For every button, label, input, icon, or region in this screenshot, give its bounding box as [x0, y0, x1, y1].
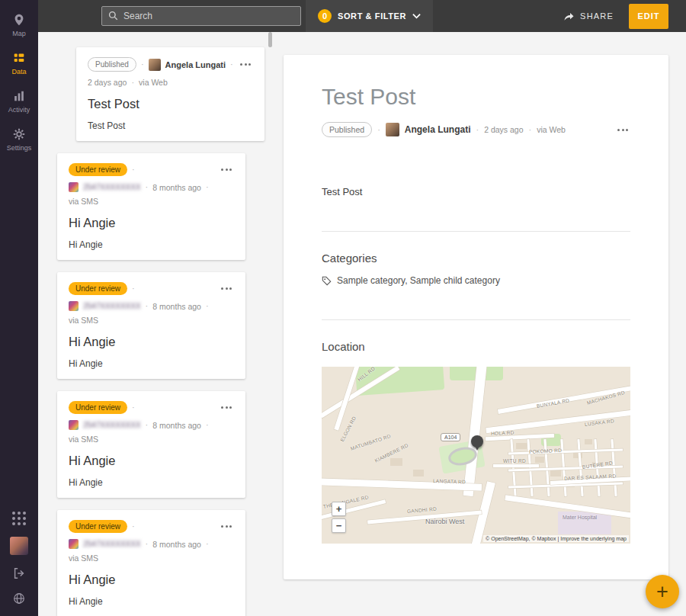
gear-icon: [12, 127, 26, 141]
map-building: [390, 458, 402, 466]
status-badge: Under review: [69, 282, 127, 295]
post-via: via Web: [139, 78, 168, 87]
more-options-icon[interactable]: [615, 127, 630, 133]
more-options-icon[interactable]: [219, 285, 234, 292]
post-title[interactable]: Test Post: [88, 97, 253, 111]
separator: ·: [132, 403, 135, 412]
sidebar-item-label: Data: [11, 68, 26, 75]
topbar: 0 SORT & FILTER SHARE EDIT: [38, 0, 686, 32]
searchbox: [101, 6, 301, 26]
more-options-icon[interactable]: [219, 404, 234, 411]
post-time: 2 days ago: [88, 78, 127, 87]
activity-chart-icon: [12, 89, 26, 103]
post-card[interactable]: Under review · 2547XXXXXXXX · 8 months a…: [57, 153, 245, 260]
tag-icon: [322, 276, 332, 286]
user-avatar[interactable]: [10, 537, 28, 555]
sidebar-item-settings[interactable]: Settings: [0, 120, 38, 159]
logout-icon[interactable]: [12, 566, 26, 580]
apps-grid-icon[interactable]: [12, 512, 26, 525]
detail-card: Test Post Published · Angela Lungati · 2…: [284, 55, 668, 579]
post-body: Hi Angie: [69, 358, 234, 369]
categories-value[interactable]: Sample category, Sample child category: [337, 275, 500, 286]
post-time: 8 months ago: [152, 421, 201, 430]
detail-meta: Published · Angela Lungati · 2 days ago …: [322, 122, 630, 137]
sidebar-item-map[interactable]: Map: [0, 6, 38, 44]
author-avatar: [386, 123, 399, 136]
sidebar-item-label: Settings: [7, 144, 32, 152]
zoom-out-button[interactable]: −: [332, 518, 346, 533]
post-card-selected[interactable]: Published · Angela Lungati · 2 days ago …: [76, 47, 264, 141]
post-title[interactable]: Hi Angie: [69, 573, 234, 587]
sort-filter-button[interactable]: 0 SORT & FILTER: [306, 0, 433, 32]
separator: ·: [206, 421, 209, 429]
author-redacted: 2547XXXXXXXX: [83, 540, 141, 548]
chevron-down-icon: [412, 13, 421, 19]
post-card[interactable]: Under review · 2547XXXXXXXX · 8 months a…: [57, 510, 245, 616]
author-avatar: [69, 301, 79, 311]
status-badge: Under review: [69, 163, 127, 176]
add-post-button[interactable]: +: [646, 575, 679, 608]
share-button[interactable]: SHARE: [563, 11, 614, 21]
post-body: Hi Angie: [69, 477, 234, 488]
more-options-icon[interactable]: [238, 61, 253, 68]
search-input[interactable]: [101, 6, 301, 26]
share-label: SHARE: [580, 11, 614, 21]
map-place-label: Mater Hospital: [563, 515, 597, 520]
list-scrollbar[interactable]: [268, 32, 272, 47]
separator: ·: [230, 60, 233, 69]
status-badge: Under review: [69, 520, 127, 533]
separator: ·: [529, 126, 532, 134]
author-avatar: [149, 59, 161, 71]
map-road-label: GANDHI RD: [407, 506, 438, 514]
separator: ·: [132, 522, 135, 531]
map-road: [508, 448, 623, 454]
map-pin-icon: [12, 13, 26, 27]
post-detail: Test Post Published · Angela Lungati · 2…: [274, 32, 686, 616]
post-card[interactable]: Under review · 2547XXXXXXXX · 8 months a…: [57, 272, 245, 379]
share-icon: [563, 11, 575, 21]
separator: ·: [146, 540, 149, 548]
post-title[interactable]: Hi Angie: [69, 335, 234, 349]
more-options-icon[interactable]: [219, 166, 234, 173]
map-building: [585, 439, 592, 444]
main-content: Published · Angela Lungati · 2 days ago …: [38, 32, 686, 616]
status-badge: Published: [322, 122, 372, 137]
post-via: via SMS: [69, 435, 234, 444]
post-title[interactable]: Hi Angie: [69, 216, 234, 230]
map-attribution[interactable]: © OpenStreetMap, © Mapbox | Improve the …: [483, 535, 629, 542]
separator: ·: [146, 183, 149, 191]
post-title[interactable]: Hi Angie: [69, 454, 234, 468]
post-via: via SMS: [69, 197, 234, 206]
detail-via: via Web: [537, 125, 566, 134]
map-road: [367, 510, 482, 524]
post-time: 8 months ago: [152, 540, 201, 549]
categories-heading: Categories: [322, 252, 630, 265]
map-road-label: LANGATA RD: [433, 478, 466, 485]
map-marker[interactable]: [471, 435, 483, 448]
map-road-label: MATUMBATO RD: [350, 433, 392, 451]
more-options-icon[interactable]: [219, 523, 234, 530]
status-badge: Published: [88, 57, 136, 72]
separator: ·: [132, 284, 135, 293]
post-card[interactable]: Under review · 2547XXXXXXXX · 8 months a…: [57, 391, 245, 498]
map-road: [493, 464, 539, 467]
sidebar-item-activity[interactable]: Activity: [0, 82, 38, 120]
post-body: Hi Angie: [69, 239, 234, 250]
edit-button[interactable]: EDIT: [629, 4, 668, 29]
separator: ·: [206, 540, 209, 548]
separator: ·: [146, 421, 149, 429]
separator: ·: [377, 126, 380, 134]
map-building: [550, 470, 561, 476]
sidebar-item-data[interactable]: Data: [0, 44, 38, 82]
separator: ·: [131, 79, 134, 87]
author-avatar: [69, 182, 79, 192]
data-list-icon: [12, 51, 26, 65]
globe-icon[interactable]: [12, 592, 26, 605]
map-building: [413, 470, 424, 476]
map-road-label: WITU RD: [503, 458, 526, 464]
zoom-in-button[interactable]: +: [332, 502, 346, 516]
location-map[interactable]: HILL RD BUNYALA RD MACHAKOS RD LUSAKA RD…: [322, 367, 630, 544]
filter-count-badge: 0: [318, 9, 332, 23]
map-road: [463, 367, 488, 496]
detail-time: 2 days ago: [484, 125, 523, 134]
